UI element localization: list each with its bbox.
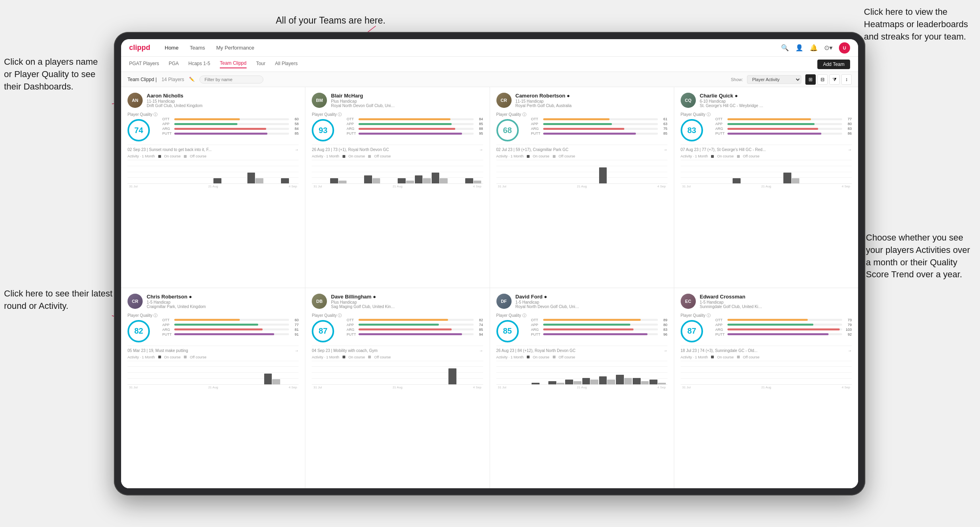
player-name[interactable]: Aaron Nicholls: [147, 93, 299, 99]
add-team-button[interactable]: Add Team: [817, 60, 850, 69]
activity-section: Activity · 1 Month On course Off course: [681, 154, 852, 188]
player-handicap: 1-5 Handicap: [700, 300, 852, 304]
player-card[interactable]: BM Blair McHarg Plus Handicap Royal Nort…: [305, 87, 489, 288]
quality-label: Player Quality ⓘ: [681, 112, 711, 117]
ott-label: OTT: [531, 318, 542, 322]
app-value: 80: [659, 323, 667, 327]
quality-section: Player Quality ⓘ 87 OTT 73 APP 79 ARG 10: [681, 313, 852, 342]
quality-circle[interactable]: 83: [681, 119, 703, 141]
player-card[interactable]: CR Cameron Robertson ● 11-15 Handicap Ro…: [490, 87, 674, 288]
player-card[interactable]: CR Chris Robertson ● 1-5 Handicap Craigm…: [121, 288, 305, 489]
list-view-button[interactable]: ⊟: [817, 74, 828, 85]
latest-round[interactable]: 07 Aug 23 | 77 (+7), St George's Hill GC…: [681, 145, 852, 152]
quality-circle[interactable]: 87: [681, 320, 703, 342]
activity-label: Activity · 1 Month On course Off course: [312, 355, 483, 359]
filter-button[interactable]: ⧩: [829, 74, 840, 85]
quality-circle[interactable]: 85: [496, 320, 519, 342]
player-name[interactable]: David Ford ●: [516, 294, 667, 300]
annotation-left-activity: Click here to see their latestround or A…: [4, 288, 112, 312]
stats-bars: OTT 60 APP 77 ARG 81 PUTT 91: [162, 318, 299, 337]
arg-label: ARG: [162, 127, 173, 131]
subnav-all-players[interactable]: All Players: [275, 61, 298, 68]
nav-my-performance[interactable]: My Performance: [216, 45, 254, 51]
player-name[interactable]: Charlie Quick ●: [700, 93, 852, 99]
filter-input[interactable]: [199, 76, 263, 84]
player-avatar: CQ: [681, 93, 696, 108]
show-select[interactable]: Player Activity Quality Score Trend: [747, 75, 801, 84]
annotation-right-bottom: Choose whether you seeyour players Activ…: [866, 232, 970, 281]
latest-round[interactable]: 26 Aug 23 | 73 (+1), Royal North Devon G…: [312, 145, 483, 152]
latest-round[interactable]: 26 Aug 23 | 84 (+12), Royal North Devon …: [496, 346, 667, 353]
app-label: APP: [715, 323, 726, 327]
latest-round[interactable]: 18 Jul 23 | 74 (+3), Sunningdale GC - Ol…: [681, 346, 852, 353]
putt-label: PUTT: [347, 332, 357, 336]
stats-bars: OTT 61 APP 63 ARG 75 PUTT 85: [531, 117, 667, 136]
quality-circle[interactable]: 74: [127, 119, 150, 141]
player-name[interactable]: Blair McHarg: [331, 93, 483, 99]
player-card[interactable]: DF David Ford ● 1-5 Handicap Royal North…: [490, 288, 674, 489]
latest-round[interactable]: 02 Jul 23 | 59 (+17), Craigmillar Park G…: [496, 145, 667, 152]
chart-area: [496, 160, 667, 184]
ott-value: 73: [844, 318, 852, 322]
grid-view-button[interactable]: ⊞: [805, 74, 816, 85]
player-name[interactable]: Chris Robertson ●: [147, 294, 299, 300]
subnav-hcaps[interactable]: Hcaps 1-5: [188, 61, 210, 68]
latest-round[interactable]: 05 Mar 23 | 19, Must make putting →: [127, 346, 299, 353]
stats-bars: OTT 73 APP 79 ARG 103 PUTT 92: [715, 318, 852, 337]
player-club: Royal Perth Golf Club, Australia: [516, 103, 580, 108]
player-name[interactable]: Cameron Robertson ●: [516, 93, 667, 99]
activity-label: Activity · 1 Month On course Off course: [127, 355, 299, 359]
subnav-pgat[interactable]: PGAT Players: [129, 61, 159, 68]
team-name: Team Clippd |: [127, 77, 157, 82]
putt-value: 96: [659, 332, 667, 336]
subnav-team-clippd[interactable]: Team Clippd: [220, 60, 247, 68]
latest-round-text: 18 Jul 23 | 74 (+3), Sunningdale GC - Ol…: [681, 348, 757, 353]
date-end: 4 Sep: [473, 386, 482, 389]
team-count: 14 Players: [161, 77, 184, 82]
player-handicap: 6-10 Handicap: [700, 99, 852, 103]
off-course-label: Off course: [190, 154, 206, 158]
player-name[interactable]: Dave Billingham ●: [331, 294, 483, 300]
app-label: APP: [531, 122, 542, 126]
subnav-pga[interactable]: PGA: [169, 61, 179, 68]
latest-round[interactable]: 04 Sep 23 | Mobility with coach, Gym →: [312, 346, 483, 353]
chart-bars: [312, 160, 483, 183]
on-course-legend: [158, 155, 161, 158]
avatar[interactable]: U: [839, 42, 850, 54]
quality-section: Player Quality ⓘ 82 OTT 60 APP 77 ARG 81: [127, 313, 299, 342]
putt-value: 86: [844, 131, 852, 135]
player-card[interactable]: CQ Charlie Quick ● 6-10 Handicap St. Geo…: [674, 87, 858, 288]
app-label: APP: [531, 323, 542, 327]
ott-value: 82: [475, 318, 483, 322]
app-label: APP: [347, 323, 357, 327]
notification-icon[interactable]: 🔔: [810, 44, 818, 52]
profile-icon[interactable]: 👤: [795, 44, 803, 52]
search-icon[interactable]: 🔍: [781, 44, 789, 52]
sort-button[interactable]: ↕: [841, 74, 852, 85]
quality-circle[interactable]: 82: [127, 320, 150, 342]
putt-label: PUTT: [715, 131, 726, 135]
off-course-legend: [553, 356, 556, 358]
player-avatar: DB: [312, 294, 327, 309]
player-card[interactable]: AN Aaron Nicholls 11-15 Handicap Drift G…: [121, 87, 305, 288]
chart-area: [681, 361, 852, 385]
player-name[interactable]: Edward Crossman: [700, 294, 852, 300]
player-handicap: Plus Handicap: [331, 99, 483, 103]
player-handicap: 1-5 Handicap: [147, 300, 299, 304]
edit-icon[interactable]: ✏️: [189, 77, 195, 82]
latest-round[interactable]: 02 Sep 23 | Sunset round to get back int…: [127, 145, 299, 152]
subnav-tour[interactable]: Tour: [256, 61, 265, 68]
player-card[interactable]: DB Dave Billingham ● Plus Handicap Sag M…: [305, 288, 489, 489]
player-card[interactable]: EC Edward Crossman 1-5 Handicap Sunningd…: [674, 288, 858, 489]
quality-circle[interactable]: 93: [312, 119, 334, 141]
settings-icon[interactable]: ⊙▾: [824, 44, 833, 52]
date-start: 31 Jul: [129, 386, 137, 389]
chart-area: [127, 160, 299, 184]
arg-value: 88: [475, 127, 483, 131]
nav-home[interactable]: Home: [165, 45, 179, 51]
quality-circle[interactable]: 87: [312, 320, 334, 342]
activity-section: Activity · 1 Month On course Off course: [127, 154, 299, 188]
on-course-label: On course: [533, 154, 550, 158]
quality-circle[interactable]: 68: [496, 119, 519, 141]
nav-teams[interactable]: Teams: [190, 45, 205, 51]
